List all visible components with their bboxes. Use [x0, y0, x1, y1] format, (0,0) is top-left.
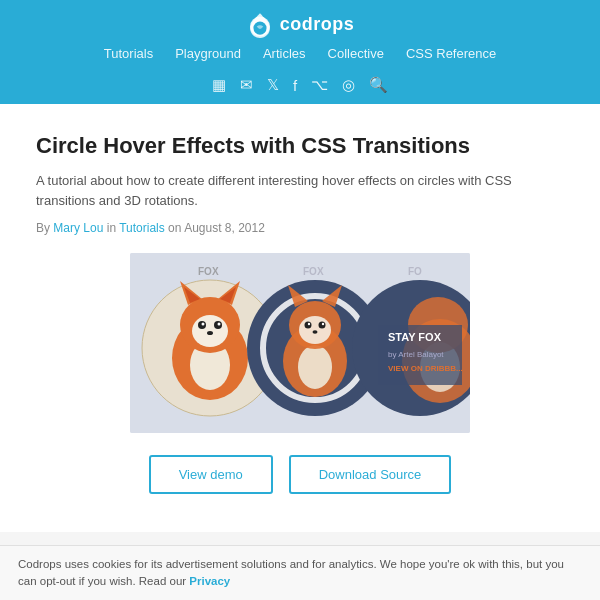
- search-icon[interactable]: 🔍: [369, 76, 388, 94]
- svg-text:FOX: FOX: [198, 266, 219, 277]
- hero-svg: FOX FOX STA: [130, 253, 470, 433]
- svg-text:VIEW ON DRIBBB...: VIEW ON DRIBBB...: [388, 364, 463, 373]
- nav-css-reference[interactable]: CSS Reference: [406, 46, 496, 61]
- logo-area[interactable]: codrops: [246, 10, 355, 38]
- meta-date: on August 8, 2012: [168, 221, 265, 235]
- svg-point-17: [207, 331, 213, 335]
- meta-section-link[interactable]: Tutorials: [119, 221, 165, 235]
- article-meta: By Mary Lou in Tutorials on August 8, 20…: [36, 221, 564, 235]
- site-header: codrops Tutorials Playground Articles Co…: [0, 0, 600, 104]
- svg-point-27: [305, 321, 312, 328]
- svg-point-29: [308, 323, 310, 325]
- nav-tutorials[interactable]: Tutorials: [104, 46, 153, 61]
- twitter-icon[interactable]: 𝕏: [267, 76, 279, 94]
- meta-by: By: [36, 221, 53, 235]
- social-nav: ▦ ✉ 𝕏 f ⌥ ◎ 🔍: [212, 69, 388, 104]
- logo-icon: [246, 10, 274, 38]
- svg-point-28: [319, 321, 326, 328]
- privacy-link[interactable]: Privacy: [189, 575, 230, 587]
- svg-point-15: [202, 322, 205, 325]
- svg-text:FOX: FOX: [303, 266, 324, 277]
- article-subtitle: A tutorial about how to create different…: [36, 171, 564, 211]
- cookie-bar: Codrops uses cookies for its advertiseme…: [0, 545, 600, 601]
- cookie-text: Codrops uses cookies for its advertiseme…: [18, 558, 564, 587]
- view-demo-button[interactable]: View demo: [149, 455, 273, 494]
- svg-point-26: [299, 316, 331, 344]
- svg-text:STAY FOX: STAY FOX: [388, 331, 442, 343]
- github-icon[interactable]: ⌥: [311, 76, 328, 94]
- nav-articles[interactable]: Articles: [263, 46, 306, 61]
- svg-text:by Artel Balayot: by Artel Balayot: [388, 350, 444, 359]
- rss-icon[interactable]: ▦: [212, 76, 226, 94]
- instagram-icon[interactable]: ◎: [342, 76, 355, 94]
- svg-point-31: [313, 330, 318, 334]
- main-nav: Tutorials Playground Articles Collective…: [104, 46, 496, 61]
- download-source-button[interactable]: Download Source: [289, 455, 452, 494]
- facebook-icon[interactable]: f: [293, 77, 297, 94]
- article-content: Circle Hover Effects with CSS Transition…: [0, 104, 600, 532]
- svg-text:FO: FO: [408, 266, 422, 277]
- action-buttons: View demo Download Source: [36, 455, 564, 494]
- nav-playground[interactable]: Playground: [175, 46, 241, 61]
- article-title: Circle Hover Effects with CSS Transition…: [36, 132, 564, 161]
- svg-point-16: [218, 322, 221, 325]
- meta-in: in: [107, 221, 119, 235]
- meta-author-link[interactable]: Mary Lou: [53, 221, 103, 235]
- svg-point-22: [298, 345, 332, 389]
- hero-image: FOX FOX STA: [130, 253, 470, 433]
- svg-point-30: [322, 323, 324, 325]
- email-icon[interactable]: ✉: [240, 76, 253, 94]
- nav-collective[interactable]: Collective: [328, 46, 384, 61]
- logo-text: codrops: [280, 14, 355, 35]
